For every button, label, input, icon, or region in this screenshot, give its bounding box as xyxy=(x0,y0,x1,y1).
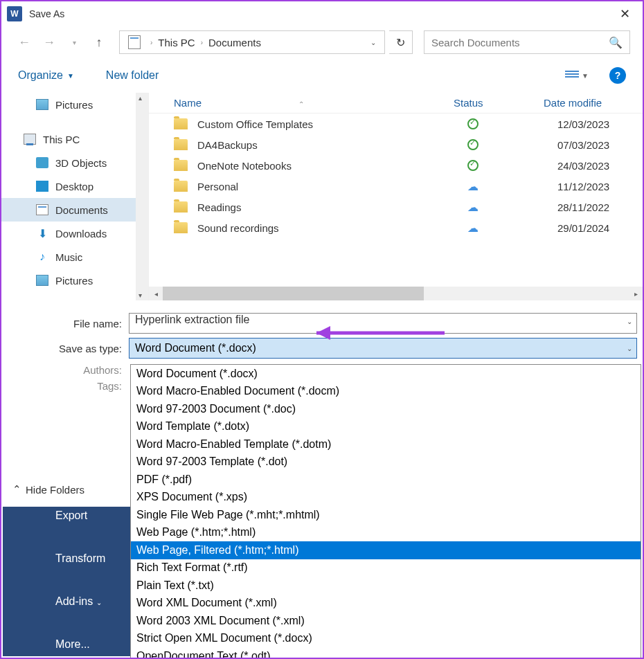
sidebar-item-pictures2[interactable]: Pictures xyxy=(1,269,148,292)
address-dropdown[interactable]: ⌄ xyxy=(365,39,382,46)
sidebar-item-3dobjects[interactable]: 3D Objects xyxy=(1,151,148,174)
new-folder-button[interactable]: New folder xyxy=(106,69,159,82)
dropdown-option[interactable]: Word Document (*.docx) xyxy=(131,365,641,383)
column-date[interactable]: Date modifie xyxy=(544,97,643,109)
folder-icon xyxy=(174,222,188,233)
search-input[interactable] xyxy=(431,37,609,48)
sidebar: Pictures This PC 3D Objects Desktop Docu… xyxy=(1,93,148,300)
dropdown-option[interactable]: Word Template (*.dotx) xyxy=(131,418,641,436)
dropdown-option[interactable]: Strict Open XML Document (*.docx) xyxy=(131,630,641,648)
dropdown-option[interactable]: OpenDocument Text (*.odt) xyxy=(131,647,641,659)
file-status xyxy=(467,160,557,171)
file-date: 28/11/2022 xyxy=(557,201,609,213)
title-bar: W Save As ✕ xyxy=(1,1,643,26)
file-row[interactable]: OneNote Notebooks24/03/2023 xyxy=(149,155,643,176)
forward-button[interactable]: → xyxy=(39,32,60,53)
file-status: ☁ xyxy=(467,180,557,193)
file-date: 11/12/2023 xyxy=(557,181,609,192)
dropdown-option[interactable]: PDF (*.pdf) xyxy=(131,471,641,489)
save-type-select[interactable]: Word Document (*.docx)⌄ xyxy=(129,338,637,359)
backstage-addins[interactable]: Add-ins ⌄ xyxy=(3,580,130,623)
folder-icon xyxy=(174,181,188,192)
column-name[interactable]: Name xyxy=(174,97,202,109)
file-row[interactable]: Sound recordings☁29/01/2024 xyxy=(149,217,643,238)
scroll-right-icon[interactable]: ▸ xyxy=(629,290,643,298)
dropdown-option[interactable]: Single File Web Page (*.mht;*.mhtml) xyxy=(131,506,641,524)
search-icon[interactable]: 🔍 xyxy=(609,36,623,49)
file-name-input[interactable]: Hyperlink extraction file⌄ xyxy=(129,313,637,334)
sidebar-item-desktop[interactable]: Desktop xyxy=(1,174,148,198)
file-name: Sound recordings xyxy=(197,222,467,234)
thispc-icon xyxy=(24,134,36,145)
dropdown-option[interactable]: Word 2003 XML Document (*.xml) xyxy=(131,612,641,630)
file-name: Readings xyxy=(197,201,467,213)
desktop-icon xyxy=(36,181,48,192)
chevron-right-icon: › xyxy=(197,39,207,46)
file-name-label: File name: xyxy=(1,318,129,330)
file-row[interactable]: DA4Backups07/03/2023 xyxy=(149,134,643,155)
column-headers[interactable]: Name⌃ Status Date modifie xyxy=(149,93,643,114)
back-button[interactable]: ← xyxy=(14,32,35,53)
file-list: Custom Office Templates12/03/2023DA4Back… xyxy=(149,114,643,287)
column-status[interactable]: Status xyxy=(454,97,544,109)
breadcrumb-folder[interactable]: Documents xyxy=(207,37,262,48)
chevron-down-icon[interactable]: ⌄ xyxy=(627,318,632,325)
file-date: 29/01/2024 xyxy=(557,222,609,234)
dropdown-option[interactable]: XPS Document (*.xps) xyxy=(131,489,641,507)
sidebar-item-downloads[interactable]: ⬇Downloads xyxy=(1,222,148,245)
file-name: DA4Backups xyxy=(197,139,467,151)
dropdown-option[interactable]: Word Macro-Enabled Template (*.dotm) xyxy=(131,435,641,453)
sidebar-item-documents[interactable]: Documents xyxy=(1,198,148,222)
file-date: 24/03/2023 xyxy=(557,160,609,172)
backstage-transform[interactable]: Transform xyxy=(3,537,130,580)
file-list-panel: Name⌃ Status Date modifie Custom Office … xyxy=(148,93,643,300)
dropdown-option[interactable]: Web Page (*.htm;*.html) xyxy=(131,524,641,542)
breadcrumb-root[interactable]: This PC xyxy=(156,37,196,48)
scrollbar-thumb[interactable] xyxy=(163,287,424,300)
music-icon: ♪ xyxy=(36,251,48,262)
pictures-icon xyxy=(36,99,48,110)
sidebar-item-pictures[interactable]: Pictures xyxy=(1,93,148,116)
view-options-button[interactable]: ▼ xyxy=(565,71,589,80)
toolbar: Organize ▼ New folder ▼ ? xyxy=(1,58,643,93)
sidebar-item-thispc[interactable]: This PC xyxy=(1,127,148,151)
hide-folders-button[interactable]: ⌃ Hide Folders xyxy=(12,483,84,496)
navigation-bar: ← → ▾ ↑ › This PC › Documents ⌄ ↻ 🔍 xyxy=(1,26,643,58)
dropdown-option[interactable]: Word Macro-Enabled Document (*.docm) xyxy=(131,383,641,401)
documents-icon xyxy=(36,204,48,215)
dropdown-option[interactable]: Word 97-2003 Template (*.dot) xyxy=(131,453,641,471)
backstage-more[interactable]: More... xyxy=(3,623,130,659)
up-button[interactable]: ↑ xyxy=(89,32,109,53)
horizontal-scrollbar[interactable]: ◂ ▸ xyxy=(149,287,643,300)
save-type-dropdown[interactable]: Word Document (*.docx)Word Macro-Enabled… xyxy=(130,364,641,659)
help-button[interactable]: ? xyxy=(609,67,626,84)
dropdown-option[interactable]: Plain Text (*.txt) xyxy=(131,577,641,595)
folder-icon xyxy=(174,139,188,150)
dropdown-option[interactable]: Web Page, Filtered (*.htm;*.html) xyxy=(131,541,641,559)
organize-button[interactable]: Organize xyxy=(18,69,63,82)
dropdown-option[interactable]: Rich Text Format (*.rtf) xyxy=(131,559,641,577)
file-name: OneNote Notebooks xyxy=(197,160,467,172)
recent-dropdown[interactable]: ▾ xyxy=(64,32,84,53)
word-app-icon: W xyxy=(7,6,22,21)
address-bar[interactable]: › This PC › Documents ⌄ xyxy=(119,30,385,54)
close-button[interactable]: ✕ xyxy=(613,3,637,24)
refresh-button[interactable]: ↻ xyxy=(389,30,413,54)
chevron-down-icon[interactable]: ⌄ xyxy=(627,345,632,352)
search-box[interactable]: 🔍 xyxy=(424,30,630,54)
sidebar-scrollbar[interactable] xyxy=(136,93,148,300)
sidebar-item-music[interactable]: ♪Music xyxy=(1,245,148,269)
file-name: Personal xyxy=(197,181,467,192)
organize-dropdown-icon[interactable]: ▼ xyxy=(67,72,74,80)
file-row[interactable]: Readings☁28/11/2022 xyxy=(149,197,643,217)
dropdown-option[interactable]: Word 97-2003 Document (*.doc) xyxy=(131,400,641,418)
cloud-icon: ☁ xyxy=(467,222,478,235)
file-name: Custom Office Templates xyxy=(197,118,467,130)
dropdown-option[interactable]: Word XML Document (*.xml) xyxy=(131,595,641,613)
file-row[interactable]: Personal☁11/12/2023 xyxy=(149,176,643,197)
window-title: Save As xyxy=(29,8,64,19)
backstage-export[interactable]: Export xyxy=(3,507,130,537)
file-row[interactable]: Custom Office Templates12/03/2023 xyxy=(149,114,643,134)
chevron-up-icon: ⌃ xyxy=(12,483,21,496)
scroll-left-icon[interactable]: ◂ xyxy=(149,290,163,298)
